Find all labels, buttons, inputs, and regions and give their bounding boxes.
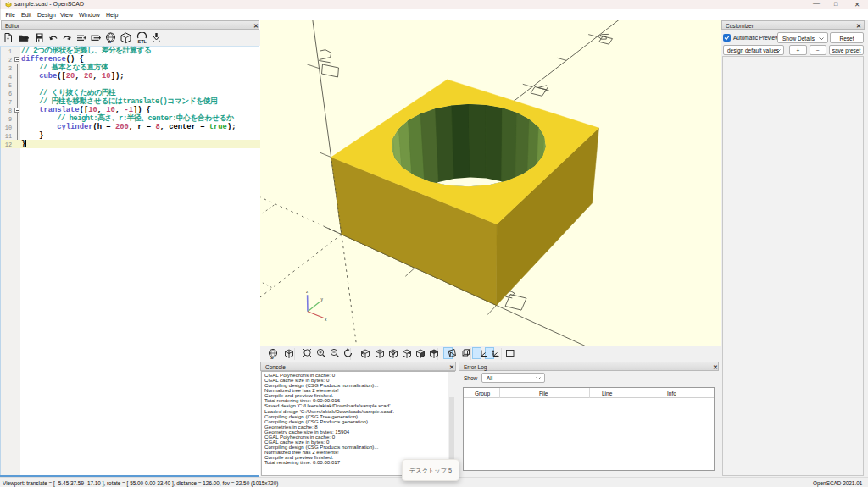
svg-text:y: y (321, 297, 324, 302)
svg-text:x: x (325, 318, 327, 322)
svg-text:STL: STL (138, 39, 147, 44)
svg-text:»: » (108, 39, 112, 45)
svg-text:z: z (306, 290, 309, 294)
svg-text:»: » (270, 355, 274, 361)
